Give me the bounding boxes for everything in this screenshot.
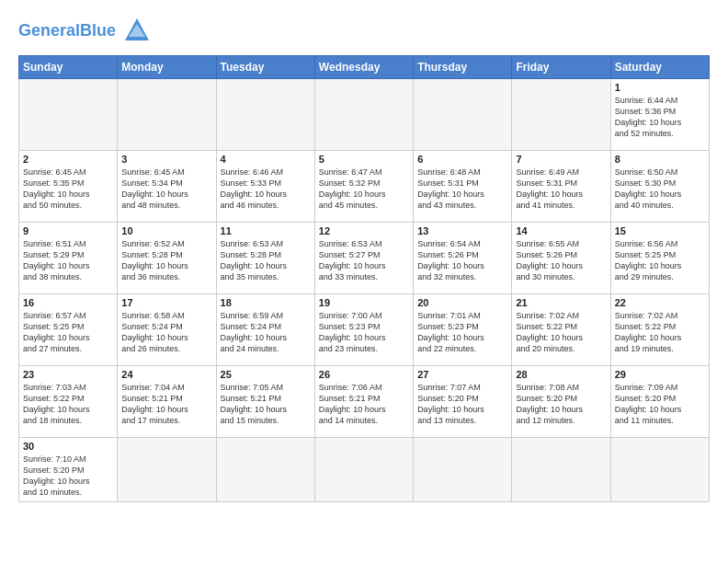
day-info: Sunrise: 7:05 AM Sunset: 5:21 PM Dayligh… [221,382,311,427]
calendar-cell: 7Sunrise: 6:49 AM Sunset: 5:31 PM Daylig… [512,151,610,223]
calendar-cell [19,79,118,151]
day-number: 10 [121,225,211,236]
day-number: 6 [417,154,507,165]
day-info: Sunrise: 6:48 AM Sunset: 5:31 PM Dayligh… [417,167,507,212]
day-info: Sunrise: 6:46 AM Sunset: 5:33 PM Dayligh… [221,167,311,212]
day-info: Sunrise: 6:59 AM Sunset: 5:24 PM Dayligh… [221,310,311,355]
calendar-cell: 22Sunrise: 7:02 AM Sunset: 5:22 PM Dayli… [610,294,709,366]
day-number: 23 [23,369,113,380]
day-number: 26 [319,369,409,380]
day-info: Sunrise: 6:50 AM Sunset: 5:30 PM Dayligh… [615,167,705,212]
day-info: Sunrise: 7:04 AM Sunset: 5:21 PM Dayligh… [121,382,211,427]
calendar-cell [216,438,314,502]
day-info: Sunrise: 6:53 AM Sunset: 5:28 PM Dayligh… [221,238,311,283]
calendar-week-row: 23Sunrise: 7:03 AM Sunset: 5:22 PM Dayli… [19,366,710,438]
calendar-cell: 11Sunrise: 6:53 AM Sunset: 5:28 PM Dayli… [216,223,314,294]
logo: GeneralBlue [18,15,151,48]
day-info: Sunrise: 6:45 AM Sunset: 5:34 PM Dayligh… [121,167,211,212]
day-info: Sunrise: 6:57 AM Sunset: 5:25 PM Dayligh… [23,310,113,355]
calendar-cell: 15Sunrise: 6:56 AM Sunset: 5:25 PM Dayli… [610,223,709,294]
calendar-week-row: 16Sunrise: 6:57 AM Sunset: 5:25 PM Dayli… [19,294,710,366]
calendar-cell: 27Sunrise: 7:07 AM Sunset: 5:20 PM Dayli… [414,366,512,438]
day-number: 5 [319,154,409,165]
calendar-week-row: 2Sunrise: 6:45 AM Sunset: 5:35 PM Daylig… [19,151,710,223]
calendar-cell: 25Sunrise: 7:05 AM Sunset: 5:21 PM Dayli… [216,366,314,438]
day-number: 22 [615,297,705,308]
day-info: Sunrise: 7:01 AM Sunset: 5:23 PM Dayligh… [417,310,507,355]
day-number: 8 [615,154,705,165]
day-number: 11 [221,225,311,236]
calendar-week-row: 30Sunrise: 7:10 AM Sunset: 5:20 PM Dayli… [19,438,710,502]
logo-blue: Blue [80,21,116,40]
day-number: 1 [615,82,705,93]
calendar-header-tuesday: Tuesday [216,56,314,79]
day-number: 20 [417,297,507,308]
day-info: Sunrise: 6:51 AM Sunset: 5:29 PM Dayligh… [23,238,113,283]
day-info: Sunrise: 7:07 AM Sunset: 5:20 PM Dayligh… [417,382,507,427]
calendar-cell: 30Sunrise: 7:10 AM Sunset: 5:20 PM Dayli… [19,438,118,502]
calendar-table: SundayMondayTuesdayWednesdayThursdayFrid… [18,55,710,502]
logo-icon [123,17,151,44]
calendar-cell [314,79,413,151]
calendar-cell [314,438,413,502]
day-info: Sunrise: 6:45 AM Sunset: 5:35 PM Dayligh… [23,167,113,212]
calendar-cell [512,438,610,502]
calendar-cell: 24Sunrise: 7:04 AM Sunset: 5:21 PM Dayli… [118,366,216,438]
day-number: 19 [319,297,409,308]
page: GeneralBlue SundayMondayTuesdayWednesday… [0,0,728,563]
day-number: 17 [121,297,211,308]
calendar-header-friday: Friday [512,56,610,79]
day-number: 27 [417,369,507,380]
calendar-cell: 2Sunrise: 6:45 AM Sunset: 5:35 PM Daylig… [19,151,118,223]
day-number: 3 [121,154,211,165]
day-info: Sunrise: 7:09 AM Sunset: 5:20 PM Dayligh… [615,382,705,427]
calendar-cell: 28Sunrise: 7:08 AM Sunset: 5:20 PM Dayli… [512,366,610,438]
calendar-cell [118,438,216,502]
calendar-cell: 14Sunrise: 6:55 AM Sunset: 5:26 PM Dayli… [512,223,610,294]
calendar-cell [610,438,709,502]
calendar-cell: 29Sunrise: 7:09 AM Sunset: 5:20 PM Dayli… [610,366,709,438]
calendar-cell: 26Sunrise: 7:06 AM Sunset: 5:21 PM Dayli… [314,366,413,438]
calendar-cell: 6Sunrise: 6:48 AM Sunset: 5:31 PM Daylig… [414,151,512,223]
calendar-cell: 18Sunrise: 6:59 AM Sunset: 5:24 PM Dayli… [216,294,314,366]
day-info: Sunrise: 7:10 AM Sunset: 5:20 PM Dayligh… [23,454,113,499]
day-number: 14 [516,225,606,236]
day-number: 28 [516,369,606,380]
day-info: Sunrise: 6:52 AM Sunset: 5:28 PM Dayligh… [121,238,211,283]
day-info: Sunrise: 7:03 AM Sunset: 5:22 PM Dayligh… [23,382,113,427]
calendar-cell: 8Sunrise: 6:50 AM Sunset: 5:30 PM Daylig… [610,151,709,223]
calendar-header-row: SundayMondayTuesdayWednesdayThursdayFrid… [19,56,710,79]
day-number: 29 [615,369,705,380]
day-info: Sunrise: 6:49 AM Sunset: 5:31 PM Dayligh… [516,167,606,212]
day-number: 7 [516,154,606,165]
calendar-cell: 19Sunrise: 7:00 AM Sunset: 5:23 PM Dayli… [314,294,413,366]
day-info: Sunrise: 7:02 AM Sunset: 5:22 PM Dayligh… [615,310,705,355]
calendar-header-monday: Monday [118,56,216,79]
day-info: Sunrise: 7:00 AM Sunset: 5:23 PM Dayligh… [319,310,409,355]
day-info: Sunrise: 6:58 AM Sunset: 5:24 PM Dayligh… [121,310,211,355]
logo-text: GeneralBlue [18,22,116,40]
calendar-cell: 3Sunrise: 6:45 AM Sunset: 5:34 PM Daylig… [118,151,216,223]
calendar-cell: 1Sunrise: 6:44 AM Sunset: 5:36 PM Daylig… [610,79,709,151]
calendar-week-row: 1Sunrise: 6:44 AM Sunset: 5:36 PM Daylig… [19,79,710,151]
calendar-cell [414,79,512,151]
day-info: Sunrise: 7:02 AM Sunset: 5:22 PM Dayligh… [516,310,606,355]
day-number: 16 [23,297,113,308]
logo-general: General [18,21,80,40]
calendar-cell: 12Sunrise: 6:53 AM Sunset: 5:27 PM Dayli… [314,223,413,294]
day-info: Sunrise: 6:44 AM Sunset: 5:36 PM Dayligh… [615,95,705,140]
calendar-cell: 10Sunrise: 6:52 AM Sunset: 5:28 PM Dayli… [118,223,216,294]
calendar-cell: 17Sunrise: 6:58 AM Sunset: 5:24 PM Dayli… [118,294,216,366]
day-info: Sunrise: 6:55 AM Sunset: 5:26 PM Dayligh… [516,238,606,283]
day-number: 9 [23,225,113,236]
header: GeneralBlue [18,15,710,48]
calendar-header-thursday: Thursday [414,56,512,79]
calendar-cell: 21Sunrise: 7:02 AM Sunset: 5:22 PM Dayli… [512,294,610,366]
calendar-cell [512,79,610,151]
calendar-cell: 16Sunrise: 6:57 AM Sunset: 5:25 PM Dayli… [19,294,118,366]
day-info: Sunrise: 7:06 AM Sunset: 5:21 PM Dayligh… [319,382,409,427]
day-number: 30 [23,441,113,452]
day-number: 13 [417,225,507,236]
calendar-cell: 20Sunrise: 7:01 AM Sunset: 5:23 PM Dayli… [414,294,512,366]
calendar-cell [216,79,314,151]
